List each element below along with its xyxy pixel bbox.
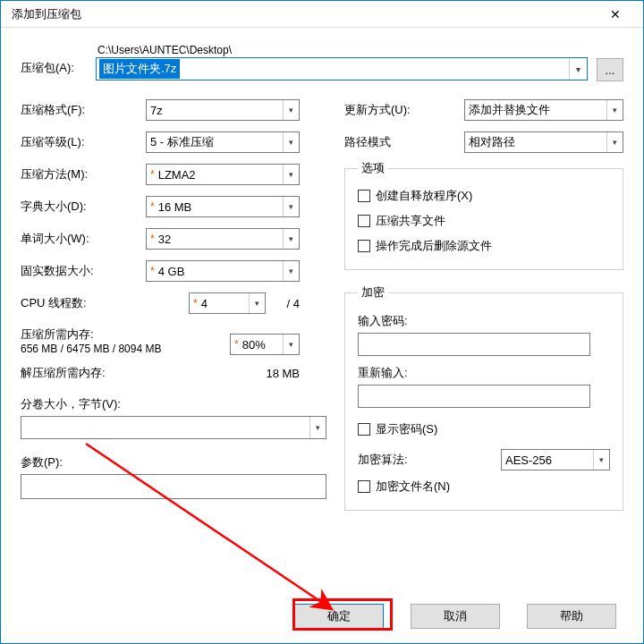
- columns: 压缩格式(F): 7z ▾ 压缩等级(L): 5 - 标准压缩 ▾ 压缩方法(M…: [21, 94, 623, 511]
- pathmode-label: 路径模式: [344, 134, 464, 150]
- format-value: 7z: [150, 104, 163, 117]
- password-label: 输入密码:: [358, 313, 610, 329]
- archive-filename-combo[interactable]: 图片文件夹.7z ▾: [96, 57, 588, 80]
- modified-dot-icon: *: [193, 298, 198, 309]
- compress-mem-value: 80%: [242, 338, 266, 352]
- modified-dot-icon: *: [150, 233, 155, 244]
- pathmode-select[interactable]: 相对路径 ▾: [464, 131, 623, 153]
- opt-delete-checkbox[interactable]: 操作完成后删除源文件: [358, 233, 610, 258]
- word-select[interactable]: * 32 ▾: [146, 228, 300, 250]
- archive-filename: 图片文件夹.7z: [99, 59, 180, 79]
- show-password-label: 显示密码(S): [376, 421, 437, 437]
- pathmode-value: 相对路径: [469, 134, 515, 150]
- chevron-down-icon: ▾: [593, 450, 609, 470]
- solid-label: 固实数据大小:: [21, 263, 146, 279]
- level-label: 压缩等级(L):: [21, 134, 146, 150]
- params-label: 参数(P):: [21, 454, 300, 470]
- level-select[interactable]: 5 - 标准压缩 ▾: [146, 131, 300, 153]
- format-select[interactable]: 7z ▾: [146, 99, 300, 121]
- dict-value: 16 MB: [158, 200, 192, 214]
- ok-label: 确定: [327, 608, 351, 624]
- method-value: LZMA2: [158, 168, 196, 182]
- threads-label: CPU 线程数:: [21, 295, 189, 311]
- client-area: 压缩包(A): C:\Users\AUNTEC\Desktop\ 图片文件夹.7…: [1, 28, 643, 589]
- split-label: 分卷大小，字节(V):: [21, 396, 300, 412]
- checkbox-icon: [358, 423, 370, 436]
- chevron-down-icon: ▾: [569, 58, 587, 80]
- method-label: 压缩方法(M):: [21, 166, 146, 182]
- enc-method-select[interactable]: AES-256 ▾: [501, 449, 610, 470]
- modified-dot-icon: *: [150, 201, 155, 212]
- modified-dot-icon: *: [234, 339, 239, 350]
- close-icon: ✕: [610, 7, 621, 21]
- options-fieldset: 选项 创建自释放程序(X) 压缩共享文件 操作完成后删除源文件: [344, 160, 623, 270]
- close-button[interactable]: ✕: [595, 1, 636, 28]
- opt-sfx-checkbox[interactable]: 创建自释放程序(X): [358, 183, 610, 208]
- update-select[interactable]: 添加并替换文件 ▾: [464, 99, 623, 121]
- word-value: 32: [158, 233, 171, 246]
- threads-max: / 4: [266, 297, 300, 310]
- enc-names-label: 加密文件名(N): [376, 479, 450, 495]
- threads-value: 4: [201, 297, 208, 310]
- split-combo[interactable]: ▾: [21, 416, 326, 439]
- password-input[interactable]: [358, 333, 590, 356]
- compress-mem-label: 压缩所需内存:: [21, 326, 230, 343]
- params-input[interactable]: [21, 474, 326, 499]
- left-column: 压缩格式(F): 7z ▾ 压缩等级(L): 5 - 标准压缩 ▾ 压缩方法(M…: [21, 94, 300, 511]
- opt-sfx-label: 创建自释放程序(X): [376, 188, 472, 204]
- button-bar: 确定 取消 帮助: [1, 604, 643, 629]
- encryption-fieldset: 加密 输入密码: 重新输入: 显示密码(S) 加密算法: AES-256 ▾: [344, 284, 623, 511]
- format-label: 压缩格式(F):: [21, 102, 146, 118]
- show-password-checkbox[interactable]: 显示密码(S): [358, 417, 610, 442]
- ok-button[interactable]: 确定: [294, 604, 384, 629]
- solid-select[interactable]: * 4 GB ▾: [146, 260, 300, 282]
- chevron-down-icon: ▾: [249, 293, 265, 313]
- cancel-button[interactable]: 取消: [411, 604, 500, 629]
- titlebar: 添加到压缩包 ✕: [1, 1, 643, 28]
- chevron-down-icon: ▾: [606, 132, 623, 152]
- opt-shared-label: 压缩共享文件: [376, 213, 445, 229]
- decompress-mem-value: 18 MB: [210, 367, 300, 380]
- chevron-down-icon: ▾: [283, 132, 299, 152]
- checkbox-icon: [358, 240, 370, 252]
- help-button[interactable]: 帮助: [527, 604, 616, 629]
- password2-label: 重新输入:: [358, 365, 610, 381]
- opt-delete-label: 操作完成后删除源文件: [376, 238, 492, 254]
- dict-label: 字典大小(D):: [21, 199, 146, 215]
- window-title: 添加到压缩包: [8, 6, 595, 22]
- encryption-legend: 加密: [358, 284, 388, 301]
- enc-names-checkbox[interactable]: 加密文件名(N): [358, 474, 610, 499]
- archive-row: 压缩包(A): C:\Users\AUNTEC\Desktop\ 图片文件夹.7…: [21, 44, 623, 81]
- method-select[interactable]: * LZMA2 ▾: [146, 164, 300, 185]
- checkbox-icon: [358, 190, 370, 202]
- chevron-down-icon: ▾: [283, 165, 299, 184]
- chevron-down-icon: ▾: [283, 197, 299, 216]
- chevron-down-icon: ▾: [283, 229, 299, 249]
- update-value: 添加并替换文件: [469, 102, 550, 118]
- solid-value: 4 GB: [158, 265, 185, 278]
- threads-select[interactable]: * 4 ▾: [189, 292, 266, 314]
- archive-path: C:\Users\AUNTEC\Desktop\: [96, 44, 588, 57]
- modified-dot-icon: *: [150, 169, 155, 180]
- browse-label: ...: [606, 64, 615, 77]
- checkbox-icon: [358, 215, 370, 227]
- browse-button[interactable]: ...: [597, 58, 623, 81]
- dialog-window: 添加到压缩包 ✕ 压缩包(A): C:\Users\AUNTEC\Desktop…: [0, 0, 644, 644]
- archive-label: 压缩包(A):: [21, 44, 96, 76]
- opt-shared-checkbox[interactable]: 压缩共享文件: [358, 208, 610, 233]
- compress-mem-select[interactable]: * 80% ▾: [230, 334, 300, 355]
- enc-method-value: AES-256: [505, 453, 552, 467]
- chevron-down-icon: ▾: [309, 417, 326, 438]
- cancel-label: 取消: [444, 608, 467, 624]
- options-legend: 选项: [358, 160, 388, 176]
- level-value: 5 - 标准压缩: [150, 134, 214, 150]
- chevron-down-icon: ▾: [283, 100, 299, 120]
- word-label: 单词大小(W):: [21, 231, 146, 247]
- enc-method-label: 加密算法:: [358, 452, 501, 468]
- help-label: 帮助: [560, 608, 583, 624]
- password2-input[interactable]: [358, 385, 590, 408]
- checkbox-icon: [358, 480, 370, 493]
- chevron-down-icon: ▾: [283, 261, 299, 281]
- chevron-down-icon: ▾: [606, 100, 623, 120]
- dict-select[interactable]: * 16 MB ▾: [146, 196, 300, 217]
